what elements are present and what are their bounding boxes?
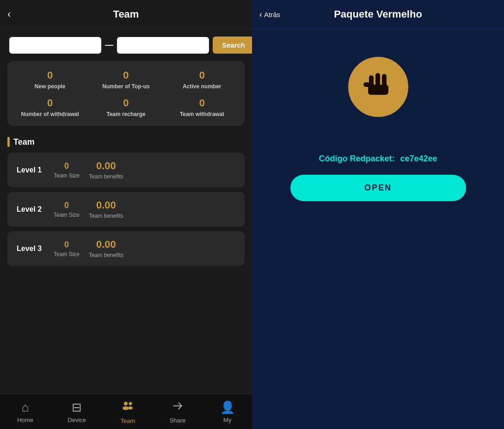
stat-new-people: 0 New people [12,69,88,90]
stat-top-us-label: Number of Top-us [102,83,149,90]
nav-home-label: Home [17,417,33,423]
svg-point-2 [129,402,132,405]
home-icon: ⌂ [22,400,29,415]
open-button[interactable]: OPEN [290,175,466,201]
device-icon: ⊟ [72,400,82,415]
logo-container [348,57,408,117]
svg-point-1 [123,406,129,410]
stat-top-us: 0 Number of Top-us [88,69,164,90]
date-end-input[interactable] [117,37,209,54]
level-1-name: Level 1 [17,166,44,174]
level-2-size-label: Team Size [54,212,80,218]
level-1-size-value: 0 [64,161,69,171]
right-panel-title: Paquete Vermelho [334,8,422,20]
stat-withdrawal-value: 0 [47,97,53,109]
level-3-size-label: Team Size [54,251,80,257]
level-1-size-label: Team Size [54,172,80,179]
stat-team-recharge-value: 0 [123,97,129,109]
level-2-benefits-value: 0.00 [96,199,116,211]
brand-logo [355,64,401,110]
level-3-benefits: 0.00 Team benefits [89,239,123,258]
back-button-right[interactable]: ‹ Atrás [259,10,280,19]
nav-device-label: Device [68,417,86,423]
my-icon: 👤 [220,400,235,415]
share-icon [172,400,184,415]
level-3-size-value: 0 [64,240,69,250]
stat-new-people-value: 0 [47,69,53,81]
stat-team-recharge-label: Team recharge [106,111,146,117]
stat-top-us-value: 0 [123,69,129,81]
level-3-benefits-value: 0.00 [96,239,116,251]
nav-my[interactable]: 👤 My [220,400,235,423]
bottom-nav: ⌂ Home ⊟ Device Team [0,393,252,429]
date-start-input[interactable] [9,37,101,54]
team-section-header: Team [0,133,252,153]
svg-point-3 [128,406,133,410]
date-separator: — [105,40,113,50]
team-section-label: Team [13,137,35,147]
right-panel: ‹ Atrás Paquete Vermelho Código Redpacke… [252,0,504,429]
nav-share-label: Share [170,417,186,424]
svg-rect-8 [368,85,388,95]
level-2-size-value: 0 [64,201,69,210]
level-2-benefits: 0.00 Team benefits [89,199,123,219]
nav-team-label: Team [120,417,135,424]
team-icon [121,399,134,416]
level-2-name: Level 2 [17,205,44,214]
back-chevron-icon: ‹ [259,10,262,19]
level-2-size: 0 Team Size [54,201,80,218]
stat-team-withdrawal-label: Team withdrawal [180,111,224,117]
nav-device[interactable]: ⊟ Device [68,400,86,423]
redpacket-code: ce7e42ee [400,154,437,164]
level-2-benefits-label: Team benefits [89,213,123,219]
stat-team-recharge: 0 Team recharge [88,97,164,117]
back-button-left[interactable]: ‹ [7,8,11,20]
nav-team[interactable]: Team [120,399,135,424]
left-panel: ‹ Team — Search 0 New people 0 Number of… [0,0,252,429]
stat-new-people-label: New people [35,83,66,90]
level-3-card: Level 3 0 Team Size 0.00 Team benefits [7,231,245,266]
level-1-benefits-value: 0.00 [96,160,116,172]
stat-active-number-label: Active number [183,83,221,90]
redpacket-label: Código Redpacket: [319,154,394,164]
level-1-card: Level 1 0 Team Size 0.00 Team benefits [7,153,245,187]
right-header: ‹ Atrás Paquete Vermelho [252,0,504,29]
stat-active-number: 0 Active number [164,69,240,90]
level-3-name: Level 3 [17,245,44,253]
stat-withdrawal-label: Number of withdrawal [21,111,79,117]
stat-withdrawal: 0 Number of withdrawal [12,97,88,117]
level-1-benefits-label: Team benefits [89,173,123,180]
level-1-benefits: 0.00 Team benefits [89,160,123,180]
team-accent-bar [7,137,10,147]
nav-home[interactable]: ⌂ Home [17,400,33,423]
svg-rect-9 [363,82,370,87]
level-2-card: Level 2 0 Team Size 0.00 Team benefits [7,192,245,227]
level-3-size: 0 Team Size [54,240,80,257]
stat-team-withdrawal: 0 Team withdrawal [164,97,240,117]
level-3-benefits-label: Team benefits [89,252,123,258]
back-label: Atrás [264,11,280,18]
level-cards-container: Level 1 0 Team Size 0.00 Team benefits L… [0,153,252,393]
nav-share[interactable]: Share [170,400,186,424]
svg-point-0 [124,402,128,405]
left-header: ‹ Team [0,0,252,29]
stat-active-number-value: 0 [199,69,205,81]
stat-team-withdrawal-value: 0 [199,97,205,109]
redpacket-info: Código Redpacket: ce7e42ee [319,154,437,164]
search-bar: — Search [0,29,252,61]
stats-card: 0 New people 0 Number of Top-us 0 Active… [7,61,245,126]
search-button[interactable]: Search [213,37,254,54]
nav-my-label: My [223,417,231,423]
left-panel-title: Team [113,8,139,20]
level-1-size: 0 Team Size [54,161,80,179]
